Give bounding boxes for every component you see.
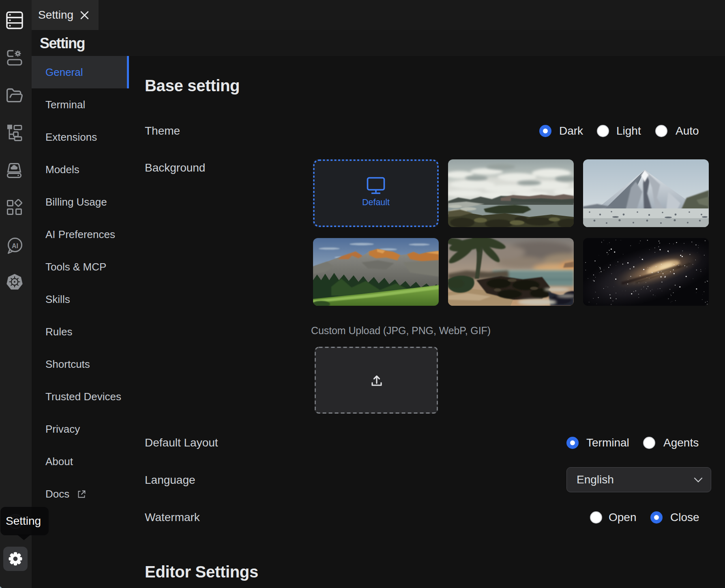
svg-text:AI: AI [12,242,18,249]
svg-text:Default: Default [362,197,390,207]
